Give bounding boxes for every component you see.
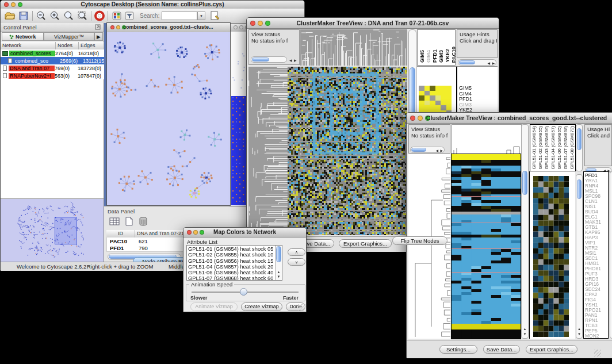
- heatmap-cell[interactable]: [441, 105, 446, 110]
- heatmap-cell[interactable]: [424, 95, 430, 101]
- view-status-scrollbar[interactable]: [251, 56, 287, 63]
- heatmap-cell[interactable]: [435, 91, 441, 96]
- save-data-button[interactable]: Save Data...: [483, 345, 520, 354]
- heatmap-cell[interactable]: [441, 95, 446, 101]
- zoom-heatmap[interactable]: [533, 176, 569, 337]
- export-graphics-button[interactable]: Export Graphics...: [526, 345, 577, 354]
- scroll-down-icon[interactable]: ▼: [522, 332, 528, 336]
- scroll-right-icon[interactable]: ▶: [294, 58, 297, 64]
- speed-slider-thumb[interactable]: [240, 288, 247, 296]
- scrollbar-thumb[interactable]: [577, 128, 582, 150]
- close-icon[interactable]: [410, 116, 415, 121]
- heatmap-cell[interactable]: [419, 86, 424, 91]
- animate-vizmap-button[interactable]: Animate Vizmap: [190, 302, 238, 311]
- column-label[interactable]: GPL51-08 (GSM872): [569, 126, 575, 170]
- heatmap-cell[interactable]: [430, 95, 435, 101]
- attribute-item[interactable]: GPL51-02 (GSM855) heat shock 10 min: [187, 252, 274, 258]
- tab-vizmapper[interactable]: VizMapper™: [44, 32, 94, 41]
- scrollbar-thumb[interactable]: [252, 58, 269, 62]
- scroll-left-icon[interactable]: ◀: [487, 61, 490, 65]
- network-window-1[interactable]: combined_scores_good.txt--cluste...: [106, 22, 231, 206]
- heatmap-cell[interactable]: [446, 95, 452, 101]
- column-label[interactable]: GPL51-06 (GSM865): [557, 126, 562, 170]
- heatmap-cell[interactable]: [430, 86, 435, 91]
- vizmap-grid-icon[interactable]: [111, 10, 123, 21]
- heatmap-cell[interactable]: [435, 101, 441, 106]
- minimize-icon[interactable]: [239, 25, 243, 29]
- help-ring-icon[interactable]: [94, 10, 105, 21]
- scrollbar-thumb[interactable]: [459, 60, 475, 64]
- treeview2-titlebar[interactable]: ClusterMaker TreeView : combined_scores_…: [407, 113, 612, 124]
- column-label[interactable]: GPL51-07 (GSM868): [563, 126, 568, 170]
- dialog-titlebar[interactable]: Map Colors to Network: [183, 228, 306, 237]
- labels-scrollbar[interactable]: [576, 124, 583, 171]
- resize-grip[interactable]: [594, 350, 601, 357]
- close-icon[interactable]: [110, 25, 114, 29]
- open-icon[interactable]: [4, 10, 16, 21]
- column-header-network[interactable]: Network: [1, 42, 56, 49]
- heatmap-cell[interactable]: [424, 91, 430, 96]
- zoom-selected-icon[interactable]: [63, 10, 75, 21]
- scrollbar-thumb[interactable]: [577, 179, 582, 199]
- attribute-item[interactable]: GPL51-03 (GSM856) heat shock 15 min: [187, 258, 274, 264]
- heatmap-canvas[interactable]: [288, 67, 407, 235]
- delete-icon[interactable]: [137, 216, 149, 227]
- create-vizmap-button[interactable]: Create Vizmap: [241, 302, 282, 311]
- scroll-up-icon[interactable]: ▲: [522, 327, 528, 331]
- heatmap-cell[interactable]: [446, 105, 452, 110]
- ontology-icon[interactable]: [209, 10, 220, 21]
- gene-label[interactable]: MON2: [584, 334, 608, 339]
- scroll-up-icon[interactable]: ▲: [276, 270, 282, 274]
- zoom-in-icon[interactable]: [49, 10, 61, 21]
- network-table-row[interactable]: DNA and Tran 07769(0)183728(0): [1, 64, 104, 72]
- settings-button[interactable]: Settings...: [439, 345, 477, 354]
- network-canvas[interactable]: [107, 32, 230, 205]
- heatmap-cell[interactable]: [419, 95, 424, 101]
- scroll-left-icon[interactable]: ◀: [435, 148, 438, 152]
- search-dropdown-icon[interactable]: ▼: [197, 12, 205, 20]
- attribute-item[interactable]: GPL51-04 (GSM857) heat shock 20 min: [187, 264, 274, 270]
- heatmap-cell[interactable]: [424, 86, 430, 91]
- float-panel-icon[interactable]: [95, 24, 101, 30]
- heatmap-cell[interactable]: [424, 105, 430, 110]
- heatmap-cell[interactable]: [430, 105, 435, 110]
- attribute-item[interactable]: GPL51-06 (GSM865) heat shock 40 min: [187, 270, 274, 275]
- network-overview-panel[interactable]: [1, 198, 104, 262]
- scrollbar-thumb[interactable]: [276, 246, 281, 262]
- heatmap-cell[interactable]: [446, 91, 452, 96]
- scroll-right-icon[interactable]: ▶: [440, 148, 443, 152]
- heatmap-cell[interactable]: [430, 101, 435, 106]
- heatmap-cell[interactable]: [419, 101, 424, 106]
- annotation-icon[interactable]: [124, 10, 135, 21]
- heatmap-cell[interactable]: [419, 91, 424, 96]
- heatmap-canvas[interactable]: [452, 154, 521, 339]
- main-titlebar[interactable]: Cytoscape Desktop (Session Name: collins…: [1, 1, 304, 9]
- attribute-list-scrollbar[interactable]: ▲ ▼: [275, 246, 282, 280]
- scrollbar-thumb[interactable]: [410, 67, 415, 119]
- column-header-id[interactable]: ID: [106, 230, 135, 237]
- usage-hints-scrollbar[interactable]: ◀ ▶: [458, 59, 496, 66]
- column-dendrogram[interactable]: [300, 29, 407, 66]
- heatmap-cell[interactable]: [435, 105, 441, 110]
- new-file-icon[interactable]: [123, 216, 135, 227]
- heatmap-cell[interactable]: [446, 86, 452, 91]
- treeview2-vertical-scrollbar[interactable]: ▲ ▼: [521, 124, 529, 339]
- column-dendrogram[interactable]: [452, 124, 522, 155]
- scroll-up-icon[interactable]: ▲: [576, 327, 582, 331]
- network-overview-canvas[interactable]: [1, 200, 103, 262]
- tab-scroll-right-icon[interactable]: ▶: [94, 32, 103, 41]
- heatmap-cell[interactable]: [441, 101, 446, 106]
- heatmap-cell[interactable]: [446, 101, 452, 106]
- gene-list-scrollbar[interactable]: [610, 171, 612, 339]
- resize-grip[interactable]: [299, 304, 305, 311]
- search-input[interactable]: [162, 12, 197, 20]
- move-up-button[interactable]: ∧: [288, 248, 305, 256]
- heatmap-cell[interactable]: [435, 95, 441, 101]
- save-icon[interactable]: [18, 10, 29, 21]
- scroll-down-icon[interactable]: ▼: [276, 275, 282, 279]
- move-down-button[interactable]: ∨: [288, 258, 305, 266]
- column-label[interactable]: PFD1: [432, 49, 438, 63]
- column-label[interactable]: PAC10: [451, 47, 457, 63]
- scrollbar-thumb[interactable]: [522, 171, 527, 195]
- attribute-item[interactable]: GPL51-01 (GSM854) heat shock 05 min: [187, 246, 274, 252]
